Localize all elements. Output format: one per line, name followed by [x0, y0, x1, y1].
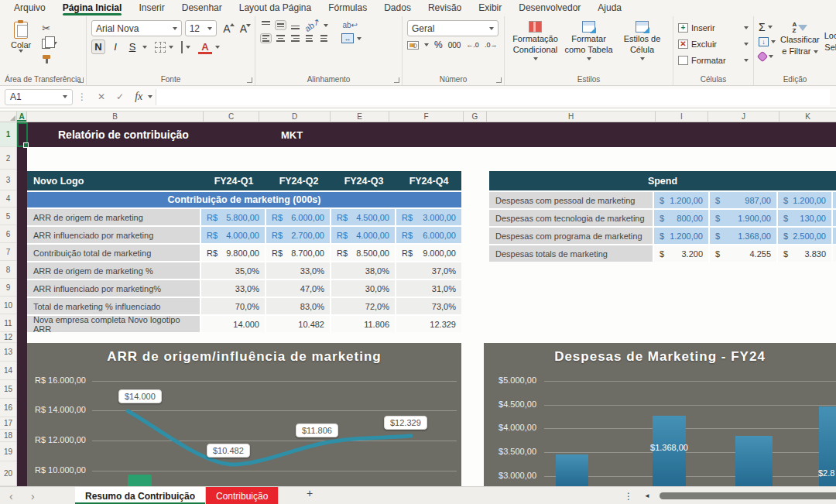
- dialog-launcher-icon[interactable]: [496, 77, 502, 83]
- increase-indent-button[interactable]: [319, 33, 331, 43]
- increase-decimal-button[interactable]: ←.0: [466, 41, 479, 49]
- insert-cells-button[interactable]: + Inserir: [678, 20, 749, 35]
- select-all-corner[interactable]: [0, 111, 17, 122]
- orientation-button[interactable]: ab↗: [303, 16, 322, 34]
- value-cell[interactable]: 31,0%: [396, 280, 461, 297]
- align-bottom-button[interactable]: [290, 20, 301, 30]
- row-header-15[interactable]: 15: [0, 380, 16, 399]
- value-cell[interactable]: R$6.000,00: [396, 227, 461, 243]
- contribution-table-subheader[interactable]: Contribuição de marketing (000s): [27, 190, 461, 207]
- table-row[interactable]: Nova empresa completa Novo logotipo ARR …: [27, 314, 461, 332]
- value-cell[interactable]: 72,0%: [331, 298, 396, 314]
- arr-line-chart[interactable]: ARR de origem/influência de marketing R$…: [27, 343, 461, 486]
- column-header-e[interactable]: E: [331, 111, 389, 122]
- value-cell[interactable]: 30,0%: [331, 280, 396, 297]
- align-middle-button[interactable]: [275, 20, 286, 30]
- table-row[interactable]: Despesas com programa de marketing $1.20…: [489, 226, 836, 244]
- value-cell[interactable]: 37,0%: [396, 262, 461, 279]
- row-label-cell[interactable]: ARR influenciado por marketing: [27, 227, 201, 243]
- value-cell[interactable]: 73,0%: [396, 298, 461, 314]
- value-cell[interactable]: $130,00: [778, 210, 831, 226]
- row-header-20[interactable]: 20: [0, 461, 16, 486]
- column-header-b[interactable]: B: [27, 111, 204, 122]
- bold-button[interactable]: N: [91, 39, 105, 54]
- increase-font-button[interactable]: A: [220, 22, 233, 35]
- value-cell[interactable]: R$5.800,00: [201, 209, 266, 225]
- formula-input[interactable]: [156, 89, 830, 105]
- column-header-a[interactable]: A: [17, 111, 27, 122]
- menu-tab-layout-da-página[interactable]: Layout da Página: [231, 1, 319, 15]
- value-cell[interactable]: 70,0%: [201, 298, 266, 314]
- row-label-cell[interactable]: Despesas com tecnologia de marketing: [489, 210, 654, 226]
- row-label-cell[interactable]: ARR influenciado por marketing%: [27, 280, 201, 297]
- value-cell[interactable]: $1.900,00: [710, 210, 778, 226]
- paste-button[interactable]: Colar: [5, 20, 37, 65]
- spend-bar-chart[interactable]: Despesas de Marketing - FY24 $5.000,00 $…: [484, 343, 836, 486]
- column-header-c[interactable]: C: [204, 111, 259, 122]
- row-header-6[interactable]: 6: [0, 225, 16, 243]
- menu-tab-dados[interactable]: Dados: [376, 1, 419, 15]
- table-row[interactable]: Total de marketing % influenciado 70,0% …: [27, 297, 461, 314]
- dialog-launcher-icon[interactable]: [247, 77, 252, 83]
- row-label-cell[interactable]: Despesas com pessoal de marketing: [489, 192, 654, 208]
- value-cell[interactable]: 11.806: [331, 316, 396, 332]
- italic-button[interactable]: I: [108, 39, 122, 54]
- enter-button[interactable]: ✓: [116, 91, 124, 102]
- dialog-launcher-icon[interactable]: [394, 77, 399, 83]
- value-cell[interactable]: R$4.000,00: [331, 227, 396, 243]
- row-label-cell[interactable]: ARR de origem de marketing %: [27, 262, 201, 279]
- value-cell[interactable]: 33,0%: [201, 280, 266, 297]
- tab-more-options[interactable]: ⋮: [624, 487, 633, 504]
- column-header-d[interactable]: D: [259, 111, 331, 122]
- conditional-formatting-button[interactable]: Formatação Condicional: [509, 20, 561, 74]
- insert-function-button[interactable]: fx: [135, 91, 142, 103]
- row-header-8[interactable]: 8: [0, 261, 16, 279]
- autosum-button[interactable]: Σ: [759, 21, 776, 33]
- table-row[interactable]: ARR influenciado por marketing% 33,0% 47…: [27, 279, 461, 297]
- value-cell[interactable]: 35,0%: [201, 262, 266, 279]
- table-row[interactable]: ARR influenciado por marketing R$4.000,0…: [27, 225, 461, 243]
- cut-button[interactable]: ✂: [42, 22, 57, 34]
- row-header-1[interactable]: 1: [0, 122, 16, 147]
- underline-button[interactable]: S: [125, 39, 139, 54]
- prev-sheet-button[interactable]: ‹: [9, 487, 13, 504]
- row-header-7[interactable]: 7: [0, 243, 16, 261]
- comma-style-button[interactable]: 000: [448, 41, 461, 50]
- value-cell[interactable]: R$4.000,00: [201, 227, 266, 243]
- value-cell[interactable]: $1.368,00: [710, 228, 778, 244]
- menu-tab-desenhar[interactable]: Desenhar: [174, 1, 230, 15]
- value-cell[interactable]: 12.329: [396, 316, 461, 332]
- value-cell[interactable]: $3.200: [654, 245, 710, 262]
- row-header-4[interactable]: 4: [0, 190, 16, 207]
- table-row[interactable]: Contribuição total de marketing R$9.800,…: [27, 243, 461, 261]
- menu-tab-exibir[interactable]: Exibir: [471, 1, 509, 15]
- row-header-9[interactable]: 9: [0, 279, 16, 297]
- menu-tab-revisão[interactable]: Revisão: [420, 1, 469, 15]
- cell-styles-button[interactable]: Estilos de Célula: [616, 20, 668, 74]
- dialog-launcher-icon[interactable]: [78, 77, 84, 83]
- value-cell[interactable]: 10.482: [266, 316, 331, 332]
- row-header-16[interactable]: 16: [0, 399, 16, 417]
- table-row[interactable]: Despesas totals de marketing $3.200 $4.2…: [489, 244, 836, 262]
- format-as-table-button[interactable]: Formatar como Tabela: [563, 20, 615, 74]
- sort-filter-button[interactable]: AZ Classificar e Filtrar: [780, 20, 820, 74]
- align-left-button[interactable]: [260, 33, 272, 43]
- column-header-h[interactable]: H: [487, 111, 656, 122]
- table-row[interactable]: Despesas com pessoal de marketing $1.200…: [489, 190, 836, 208]
- value-cell[interactable]: 83,0%: [266, 298, 331, 314]
- menu-tab-inserir[interactable]: Inserir: [131, 1, 172, 15]
- value-cell[interactable]: R$9.000,00: [396, 245, 461, 261]
- value-cell[interactable]: R$9.800,00: [201, 245, 266, 261]
- value-cell[interactable]: $1.200,00: [778, 192, 831, 208]
- clear-button[interactable]: [759, 50, 776, 63]
- table-row[interactable]: ARR de origem de marketing % 35,0% 33,0%…: [27, 261, 461, 279]
- align-center-button[interactable]: [275, 33, 286, 43]
- row-label-cell[interactable]: ARR de origem de marketing: [27, 209, 201, 225]
- report-banner-row[interactable]: Relatório de contribuição MKT: [27, 122, 836, 147]
- align-top-button[interactable]: [260, 20, 272, 30]
- fill-button[interactable]: ↓: [759, 36, 776, 48]
- value-cell[interactable]: $2.500,00: [778, 228, 831, 244]
- spend-table-header[interactable]: Spend: [489, 171, 836, 190]
- value-cell[interactable]: $1.200,00: [654, 228, 710, 244]
- next-sheet-button[interactable]: ›: [31, 487, 35, 504]
